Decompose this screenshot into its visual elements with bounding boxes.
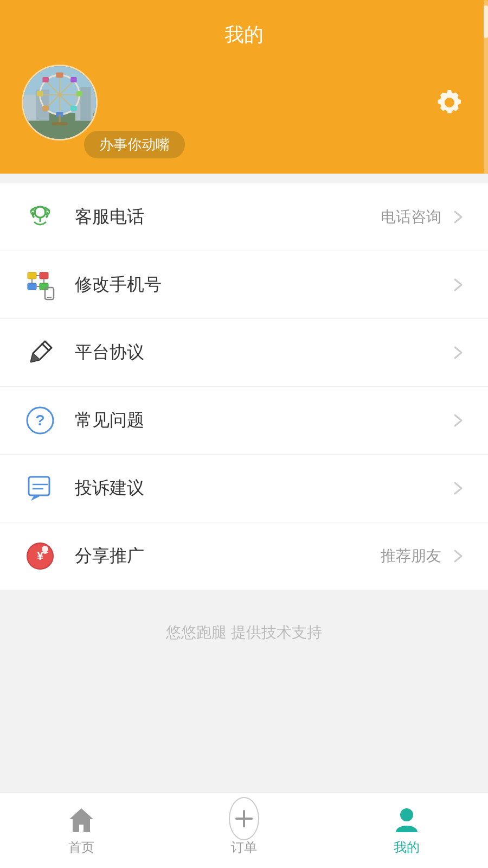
svg-rect-47 [29,477,49,495]
share-icon: ¥ [22,538,59,575]
menu-label-change-phone: 修改手机号 [75,273,441,297]
nav-item-mine[interactable]: 我的 [325,800,488,861]
page-title: 我的 [224,22,264,48]
svg-rect-21 [42,77,48,82]
order-icon [229,805,259,835]
settings-button[interactable] [434,86,466,119]
svg-point-56 [400,808,413,821]
chevron-right-icon-3 [450,344,466,361]
faq-icon: ? [22,402,59,439]
menu-item-share[interactable]: ¥ 分享推广 推荐朋友 [0,522,488,590]
menu-item-faq[interactable]: ? 常见问题 [0,387,488,455]
svg-rect-20 [76,91,82,97]
menu-label-faq: 常见问题 [75,409,441,432]
chevron-right-icon-5 [450,480,466,496]
nav-item-order[interactable]: 订单 [163,800,325,861]
menu-label-complaint: 投诉建议 [75,476,441,500]
home-icon [66,805,97,835]
chevron-right-icon-4 [450,412,466,429]
tech-support-text: 悠悠跑腿 提供技术支持 [0,590,488,665]
menu-label-customer-service: 客服电话 [75,205,381,229]
svg-rect-26 [52,122,68,125]
profile-row [0,65,488,141]
chevron-right-icon-2 [450,277,466,293]
svg-rect-23 [70,77,76,82]
complaint-icon [22,470,59,507]
nav-label-home: 首页 [68,839,94,856]
svg-rect-22 [70,106,76,111]
menu-label-platform-agreement: 平台协议 [75,341,441,365]
mine-icon [391,805,422,835]
svg-text:?: ? [35,412,44,429]
menu-sublabel-customer-service: 电话咨询 [381,207,441,227]
menu-item-platform-agreement[interactable]: 平台协议 [0,319,488,387]
svg-rect-17 [56,72,63,78]
svg-rect-33 [28,272,36,279]
svg-rect-35 [28,283,36,290]
nav-label-order: 订单 [231,839,257,856]
avatar[interactable] [22,65,98,141]
username-badge[interactable]: 办事你动嘴 [84,131,185,158]
menu-sublabel-share: 推荐朋友 [381,546,441,566]
bottom-nav: 首页 订单 我的 [0,792,488,868]
svg-rect-34 [40,272,48,279]
menu-item-complaint[interactable]: 投诉建议 [0,455,488,522]
svg-point-53 [42,546,48,552]
separator-1 [0,174,488,183]
nav-item-home[interactable]: 首页 [0,800,163,861]
phone-change-icon [22,266,59,303]
chevron-right-icon [450,209,466,225]
menu-list: 客服电话 电话咨询 [0,183,488,590]
menu-label-share: 分享推广 [75,544,381,568]
profile-banner: 我的 [0,0,488,174]
svg-rect-36 [40,283,48,290]
scrollbar [484,0,488,174]
nav-label-mine: 我的 [394,839,420,856]
menu-item-change-phone[interactable]: 修改手机号 [0,251,488,319]
scrollbar-thumb [484,5,488,38]
menu-item-customer-service[interactable]: 客服电话 电话咨询 [0,183,488,251]
customer-service-icon [22,199,59,235]
svg-rect-24 [42,106,48,111]
chevron-right-icon-6 [450,548,466,564]
edit-icon [22,334,59,371]
svg-rect-19 [37,91,43,97]
